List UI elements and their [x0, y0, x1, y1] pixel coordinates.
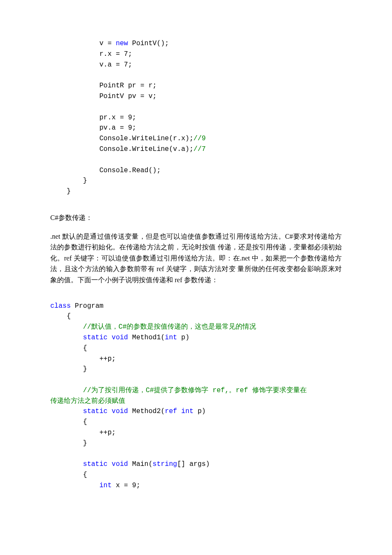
- code-block-1: v = new PointV(); r.x = 7; v.a = 7; Poin…: [50, 38, 342, 197]
- body-paragraph: .net 默认的是通过值传送变量，但是也可以迫使值参数通过引用传送给方法。C#要…: [50, 231, 342, 286]
- code-block-2: class Program { //默认值，C#的参数是按值传递的，这也是最常见…: [50, 301, 342, 491]
- section-title: C#参数传递：: [50, 212, 342, 223]
